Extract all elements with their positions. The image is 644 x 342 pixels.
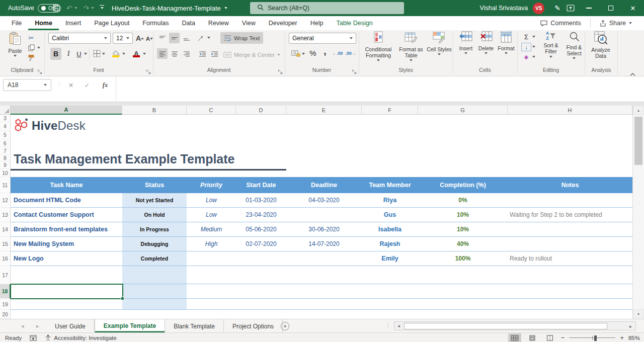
number-format-select[interactable]: General xyxy=(289,33,356,44)
cell-notes[interactable]: Waiting for Step 2 to be completed xyxy=(508,208,632,222)
align-left-button[interactable] xyxy=(157,48,168,59)
avatar[interactable]: VS xyxy=(533,3,544,14)
cell-deadline[interactable]: 04-03-2020 xyxy=(286,193,362,207)
header-status[interactable]: Status xyxy=(122,177,187,193)
insert-function-icon[interactable]: fx xyxy=(99,79,112,91)
header-deadline[interactable]: Deadline xyxy=(286,177,362,193)
align-center-button[interactable] xyxy=(169,48,180,59)
cell-status[interactable]: Completed xyxy=(122,251,187,266)
row-header-selected[interactable]: 18 xyxy=(0,284,11,299)
cell-completion[interactable]: 0% xyxy=(418,193,508,207)
font-color-button[interactable]: A xyxy=(132,47,141,59)
column-header-f[interactable]: F xyxy=(362,106,418,115)
search-input[interactable] xyxy=(268,5,383,12)
cell-priority[interactable] xyxy=(187,251,236,266)
scroll-right-icon[interactable]: ▸ xyxy=(626,322,635,330)
search-box[interactable] xyxy=(250,2,404,14)
header-completion[interactable]: Completion (%) xyxy=(418,177,508,193)
fill-dropdown-icon[interactable] xyxy=(532,46,535,48)
cell-deadline[interactable] xyxy=(286,208,362,222)
alignment-dialog-launcher-icon[interactable] xyxy=(278,67,283,73)
cell-team-member[interactable]: Emily xyxy=(362,251,418,266)
clear-button[interactable]: ◆ xyxy=(521,53,531,61)
cell-deadline[interactable] xyxy=(286,251,362,266)
borders-dropdown-icon[interactable] xyxy=(102,53,105,55)
percent-style-button[interactable]: % xyxy=(308,48,318,58)
sort-filter-button[interactable]: AZ Sort & Filter xyxy=(539,31,562,58)
cell-deadline[interactable]: 14-07-2020 xyxy=(286,237,362,251)
tab-file[interactable]: File xyxy=(5,16,28,30)
shrink-font-button[interactable]: A xyxy=(145,34,154,44)
cell-status[interactable]: On Hold xyxy=(122,208,187,222)
column-header-g[interactable]: G xyxy=(418,106,508,115)
tab-table-design[interactable]: Table Design xyxy=(330,16,379,30)
underline-button[interactable]: U xyxy=(74,48,84,60)
enter-entry-icon[interactable]: ✓ xyxy=(80,79,94,91)
horizontal-scrollbar-thumb[interactable] xyxy=(404,323,607,329)
fill-color-button[interactable] xyxy=(111,47,121,59)
zoom-slider-thumb[interactable] xyxy=(594,335,597,341)
comma-style-button[interactable]: , xyxy=(321,45,329,57)
sheet-nav-right-icon[interactable]: ▸ xyxy=(36,319,39,333)
vertical-scrollbar-thumb[interactable] xyxy=(634,117,642,165)
zoom-slider[interactable] xyxy=(569,334,615,341)
align-top-button[interactable] xyxy=(157,33,168,43)
cell-styles-button[interactable]: Cell Styles xyxy=(427,31,452,55)
row-header[interactable]: 20 xyxy=(0,310,11,319)
delete-cells-button[interactable]: Delete xyxy=(476,31,496,54)
close-button[interactable]: ✕ xyxy=(622,0,644,16)
column-header-a[interactable]: A xyxy=(11,106,122,115)
row-header[interactable]: 13 xyxy=(0,208,11,222)
tab-home[interactable]: Home xyxy=(28,16,59,30)
cell-start-date[interactable]: 05-06-2020 xyxy=(236,222,286,236)
row-header[interactable]: 12 xyxy=(0,193,11,208)
accounting-dropdown-icon[interactable] xyxy=(302,53,305,55)
paste-button[interactable]: Paste xyxy=(4,32,26,65)
customize-quick-access-icon[interactable] xyxy=(97,0,107,16)
merge-center-button[interactable]: Merge & Center xyxy=(220,49,283,60)
cell-task[interactable]: Document HTML Code xyxy=(11,193,122,207)
maximize-button[interactable] xyxy=(600,0,622,16)
header-team-member[interactable]: Team Member xyxy=(362,177,418,193)
header-notes[interactable]: Notes xyxy=(508,177,632,193)
tab-help[interactable]: Help xyxy=(304,16,330,30)
fill-handle[interactable] xyxy=(121,297,124,300)
align-right-button[interactable] xyxy=(181,48,192,59)
header-start-date[interactable]: Start Date xyxy=(236,177,286,193)
wrap-text-button[interactable]: Wrap Text xyxy=(220,32,263,44)
decrease-decimal-button[interactable]: .00→ xyxy=(344,49,357,58)
cell-start-date[interactable]: 02-07-2020 xyxy=(236,237,286,251)
align-middle-button[interactable] xyxy=(169,33,180,43)
sheet-tab-example-template[interactable]: Example Template xyxy=(95,319,165,333)
cancel-entry-icon[interactable]: ✕ xyxy=(64,79,77,91)
tab-data[interactable]: Data xyxy=(175,16,201,30)
cell-priority[interactable]: High xyxy=(187,237,236,251)
row-header[interactable]: 19 xyxy=(0,299,11,310)
undo-icon[interactable]: ↶ xyxy=(63,0,80,16)
insert-cells-button[interactable]: Insert xyxy=(456,31,476,54)
clipboard-dialog-launcher-icon[interactable] xyxy=(37,67,43,73)
tab-developer[interactable]: Developer xyxy=(262,16,304,30)
tab-page-layout[interactable]: Page Layout xyxy=(88,16,136,30)
copy-button[interactable] xyxy=(26,44,36,52)
bold-button[interactable]: B xyxy=(50,48,61,60)
cell-notes[interactable]: Ready to rollout xyxy=(508,251,632,266)
format-painter-button[interactable] xyxy=(26,54,36,62)
underline-dropdown-icon[interactable] xyxy=(84,53,87,55)
column-header-d[interactable]: D xyxy=(236,106,286,115)
zoom-level[interactable]: 85% xyxy=(628,335,640,341)
cell-start-date[interactable]: 23-04-2020 xyxy=(236,208,286,222)
copy-dropdown-icon[interactable] xyxy=(37,47,40,49)
row-header[interactable]: 5 xyxy=(0,131,11,139)
format-cells-button[interactable]: Format xyxy=(496,31,516,54)
fill-button[interactable]: ↓ xyxy=(521,43,531,51)
cell-notes[interactable] xyxy=(508,193,632,207)
orientation-button[interactable] xyxy=(195,33,206,43)
zoom-out-button[interactable]: − xyxy=(561,334,565,341)
font-family-select[interactable]: Calibri xyxy=(48,33,111,44)
increase-indent-button[interactable] xyxy=(209,48,220,59)
cell-task[interactable]: Brainstorm front-end templates xyxy=(11,222,122,236)
cell-status[interactable]: Debugging xyxy=(122,237,187,251)
cell-notes[interactable] xyxy=(508,222,632,236)
cell-deadline[interactable]: 30-06-2020 xyxy=(286,222,362,236)
